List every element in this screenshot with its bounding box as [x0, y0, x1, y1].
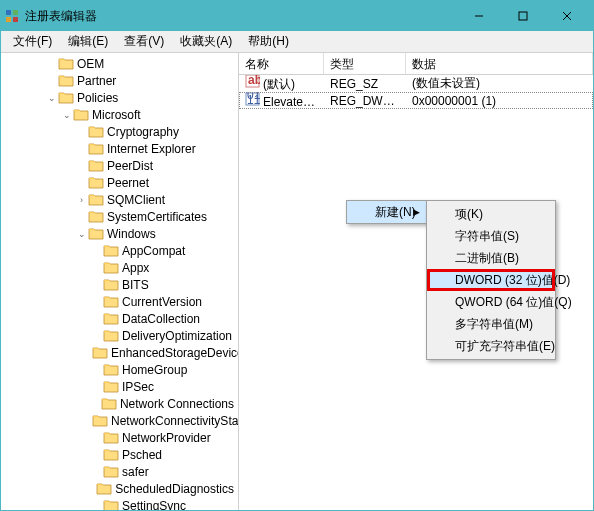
tree-node[interactable]: HomeGroup	[1, 361, 238, 378]
column-name[interactable]: 名称	[239, 53, 324, 74]
folder-icon	[88, 193, 104, 207]
tree-node[interactable]: safer	[1, 463, 238, 480]
maximize-button[interactable]	[501, 1, 545, 31]
column-type[interactable]: 类型	[324, 53, 406, 74]
window-title: 注册表编辑器	[25, 8, 457, 25]
tree-node-label: EnhancedStorageDevices	[111, 346, 239, 360]
menu-item[interactable]: 编辑(E)	[60, 31, 116, 52]
list-row[interactable]: ElevateNonAd...REG_DWORD0x00000001 (1)	[239, 92, 593, 109]
folder-icon	[88, 227, 104, 241]
tree-node[interactable]: NetworkConnectivityStatusIndicator	[1, 412, 238, 429]
tree-node[interactable]: CurrentVersion	[1, 293, 238, 310]
tree-node[interactable]: PeerDist	[1, 157, 238, 174]
menubar: 文件(F)编辑(E)查看(V)收藏夹(A)帮助(H)	[1, 31, 593, 53]
cell-name: ElevateNonAd...	[239, 92, 324, 109]
tree-panel[interactable]: OEMPartner⌄Policies⌄MicrosoftCryptograph…	[1, 53, 239, 510]
tree-node[interactable]: ›SQMClient	[1, 191, 238, 208]
folder-icon	[58, 57, 74, 71]
tree-node[interactable]: Peernet	[1, 174, 238, 191]
tree-node[interactable]: BITS	[1, 276, 238, 293]
tree-node-label: DataCollection	[122, 312, 200, 326]
tree-node[interactable]: ⌄Microsoft	[1, 106, 238, 123]
tree-node[interactable]: AppCompat	[1, 242, 238, 259]
cell-name: (默认)	[239, 75, 324, 93]
tree-node-label: IPSec	[122, 380, 154, 394]
tree-node[interactable]: Partner	[1, 72, 238, 89]
folder-icon	[101, 397, 117, 411]
tree-node[interactable]: ScheduledDiagnostics	[1, 480, 238, 497]
cell-type: REG_DWORD	[324, 94, 406, 108]
tree-node-label: Windows	[107, 227, 156, 241]
ctx-item-new[interactable]: 新建(N) ▶	[347, 201, 426, 223]
ctx-item[interactable]: QWORD (64 位)值(Q)	[427, 291, 555, 313]
ctx-item[interactable]: 可扩充字符串值(E)	[427, 335, 555, 357]
cell-data: 0x00000001 (1)	[406, 94, 593, 108]
titlebar[interactable]: 注册表编辑器	[1, 1, 593, 31]
folder-icon	[88, 125, 104, 139]
folder-icon	[103, 448, 119, 462]
expander-empty	[91, 432, 102, 443]
menu-item[interactable]: 帮助(H)	[240, 31, 297, 52]
folder-icon	[103, 499, 119, 511]
folder-icon	[103, 465, 119, 479]
folder-icon	[96, 482, 112, 496]
expander-empty	[91, 449, 102, 460]
expander-empty	[76, 143, 87, 154]
tree-node[interactable]: Network Connections	[1, 395, 238, 412]
tree-node[interactable]: OEM	[1, 55, 238, 72]
chevron-down-icon[interactable]: ⌄	[61, 109, 72, 120]
tree-node[interactable]: DeliveryOptimization	[1, 327, 238, 344]
chevron-down-icon[interactable]: ⌄	[76, 228, 87, 239]
expander-empty	[76, 177, 87, 188]
minimize-button[interactable]	[457, 1, 501, 31]
tree-node[interactable]: SettingSync	[1, 497, 238, 510]
tree-node-label: SystemCertificates	[107, 210, 207, 224]
cell-data: (数值未设置)	[406, 75, 593, 92]
ctx-item[interactable]: 字符串值(S)	[427, 225, 555, 247]
folder-icon	[103, 295, 119, 309]
folder-icon	[103, 431, 119, 445]
tree-node-label: Network Connections	[120, 397, 234, 411]
tree-node-label: Psched	[122, 448, 162, 462]
tree-node-label: Policies	[77, 91, 118, 105]
tree-node-label: DeliveryOptimization	[122, 329, 232, 343]
list-row[interactable]: (默认)REG_SZ(数值未设置)	[239, 75, 593, 92]
tree-node-label: Internet Explorer	[107, 142, 196, 156]
tree-node[interactable]: NetworkProvider	[1, 429, 238, 446]
menu-item[interactable]: 查看(V)	[116, 31, 172, 52]
expander-empty	[91, 398, 100, 409]
chevron-down-icon[interactable]: ⌄	[46, 92, 57, 103]
tree-node[interactable]: ⌄Policies	[1, 89, 238, 106]
ctx-item[interactable]: 项(K)	[427, 203, 555, 225]
registry-editor-window: 注册表编辑器 文件(F)编辑(E)查看(V)收藏夹(A)帮助(H) OEMPar…	[0, 0, 594, 511]
tree-node[interactable]: Internet Explorer	[1, 140, 238, 157]
expander-empty	[46, 75, 57, 86]
tree-node[interactable]: Cryptography	[1, 123, 238, 140]
tree-node[interactable]: Appx	[1, 259, 238, 276]
folder-icon	[103, 278, 119, 292]
folder-icon	[103, 363, 119, 377]
tree-node[interactable]: SystemCertificates	[1, 208, 238, 225]
value-icon	[245, 75, 261, 88]
tree-node[interactable]: ⌄Windows	[1, 225, 238, 242]
expander-empty	[91, 279, 102, 290]
tree-node[interactable]: IPSec	[1, 378, 238, 395]
menu-item[interactable]: 收藏夹(A)	[172, 31, 240, 52]
tree-node-label: Appx	[122, 261, 149, 275]
tree-node[interactable]: EnhancedStorageDevices	[1, 344, 238, 361]
ctx-item[interactable]: DWORD (32 位)值(D)	[427, 269, 555, 291]
column-data[interactable]: 数据	[406, 53, 593, 74]
submenu-arrow-icon: ▶	[413, 207, 420, 217]
tree-node[interactable]: Psched	[1, 446, 238, 463]
ctx-item[interactable]: 二进制值(B)	[427, 247, 555, 269]
close-button[interactable]	[545, 1, 589, 31]
tree-node-label: PeerDist	[107, 159, 153, 173]
folder-icon	[88, 159, 104, 173]
ctx-item[interactable]: 多字符串值(M)	[427, 313, 555, 335]
chevron-right-icon[interactable]: ›	[76, 194, 87, 205]
menu-item[interactable]: 文件(F)	[5, 31, 60, 52]
tree-node[interactable]: DataCollection	[1, 310, 238, 327]
tree-node-label: CurrentVersion	[122, 295, 202, 309]
expander-empty	[46, 58, 57, 69]
folder-icon	[88, 210, 104, 224]
